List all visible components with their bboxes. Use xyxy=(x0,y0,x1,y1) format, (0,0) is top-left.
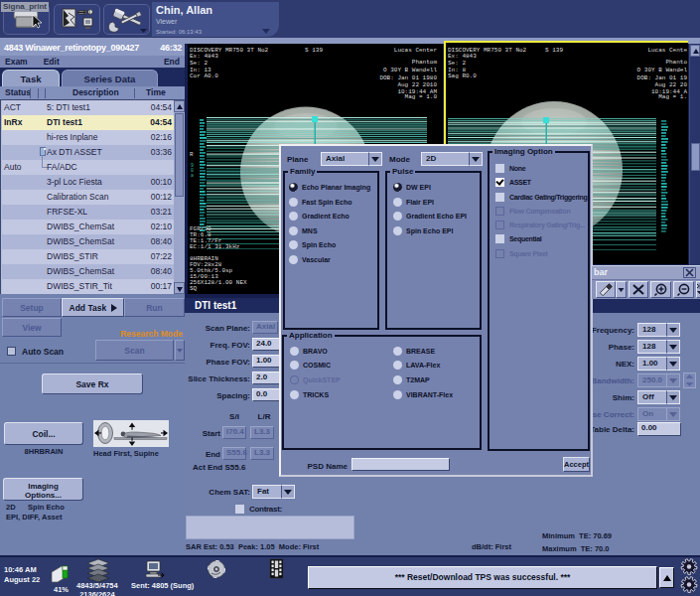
svg-text:i: i xyxy=(89,9,90,15)
